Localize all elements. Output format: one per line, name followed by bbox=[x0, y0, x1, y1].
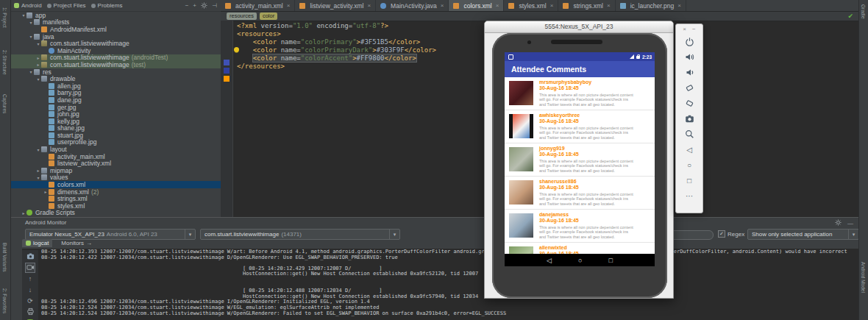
screenshot-icon[interactable] bbox=[26, 252, 35, 261]
editor-tab-colors-xml[interactable]: colors.xml× bbox=[449, 0, 504, 11]
process-select[interactable]: com.stuart.listviewwithimage(14371) ▾ bbox=[200, 229, 400, 240]
volume-up-button[interactable] bbox=[683, 51, 695, 63]
chevron-down-icon[interactable]: ▾ bbox=[848, 230, 858, 239]
comment-item-danejamess[interactable]: danejamess30-Aug-16 18:45This area is wh… bbox=[505, 210, 655, 243]
nav-overview-icon[interactable]: □ bbox=[608, 257, 612, 264]
color-swatch-primary[interactable] bbox=[224, 60, 230, 65]
tool-tab-captures[interactable]: Captures bbox=[2, 94, 7, 113]
tree-item-styles-xml[interactable]: styles.xml bbox=[10, 202, 221, 210]
expand-arrow-icon[interactable]: ▸ bbox=[21, 210, 26, 216]
color-swatch-primary-dark[interactable] bbox=[224, 68, 230, 74]
comment-list[interactable]: mrsmurphysbabyboy30-Aug-16 18:45This are… bbox=[505, 77, 655, 254]
tree-item-strings-xml[interactable]: strings.xml bbox=[10, 195, 221, 202]
breadcrumb-color[interactable]: color bbox=[260, 13, 277, 20]
expand-arrow-icon[interactable]: ▾ bbox=[35, 77, 41, 82]
emulator-title[interactable]: 5554:Nexus_5X_API_23 bbox=[485, 21, 673, 33]
tab-logcat[interactable]: logcat bbox=[22, 239, 52, 247]
overview-button[interactable]: □ bbox=[683, 175, 695, 186]
scroll-to-top-icon[interactable]: ↑ bbox=[26, 274, 35, 283]
log-filter-select[interactable]: Show only selected application ▾ bbox=[747, 229, 859, 240]
editor-tab-ic-launcher-png[interactable]: ic_launcher.png× bbox=[616, 0, 686, 11]
tree-item-app[interactable]: ▾app bbox=[10, 12, 221, 19]
expand-arrow-icon[interactable]: ▸ bbox=[35, 168, 41, 173]
tree-item-ger-jpg[interactable]: ger.jpg bbox=[10, 104, 221, 111]
tree-item-kelly-jpg[interactable]: kelly.jpg bbox=[10, 118, 221, 125]
comment-item-shanerussell86[interactable]: shanerussell8630-Aug-16 18:45This area i… bbox=[505, 177, 655, 210]
minimize-icon[interactable]: − bbox=[692, 26, 696, 32]
back-button[interactable]: ◁ bbox=[683, 144, 695, 155]
editor-tab-mainactivity-java[interactable]: MainActivity.java× bbox=[376, 0, 449, 11]
collapse-all-icon[interactable]: − bbox=[185, 2, 189, 9]
expand-arrow-icon[interactable]: ▾ bbox=[28, 69, 34, 74]
scroll-to-bottom-icon[interactable]: ↓ bbox=[26, 285, 35, 294]
tool-tab-project[interactable]: 1: Project bbox=[2, 7, 7, 27]
tree-item-res[interactable]: ▾res bbox=[10, 68, 221, 76]
tree-item-com-stuart-listviewwithimage[interactable]: ▾com.stuart.listviewwithimage bbox=[10, 40, 221, 47]
tree-item-drawable[interactable]: ▾drawable bbox=[10, 75, 221, 82]
regex-checkbox[interactable]: ✓ bbox=[718, 230, 725, 238]
more-button[interactable]: ··· bbox=[683, 191, 695, 202]
close-icon[interactable]: × bbox=[496, 2, 499, 9]
expand-arrow-icon[interactable]: ▸ bbox=[35, 62, 41, 67]
comment-item-awhiskeyorthree[interactable]: awhiskeyorthree30-Aug-16 18:45This area … bbox=[505, 110, 655, 143]
tree-item-dane-jpg[interactable]: dane.jpg bbox=[10, 96, 221, 104]
editor-tab-activity-main-xml[interactable]: activity_main.xml× bbox=[221, 0, 295, 11]
logcat-text[interactable]: 08-25 14:20:12.393 12007-12007/com.stuar… bbox=[41, 249, 859, 320]
close-icon[interactable]: × bbox=[683, 26, 686, 32]
editor-tab-strings-xml[interactable]: strings.xml× bbox=[558, 0, 615, 11]
chevron-down-icon[interactable]: ▾ bbox=[389, 230, 399, 239]
tree-item-shane-jpg[interactable]: shane.jpg bbox=[10, 125, 221, 132]
tool-tab-structure[interactable]: 2: Structure bbox=[2, 50, 7, 75]
restart-icon[interactable]: ⟳ bbox=[26, 296, 35, 305]
rotate-right-button[interactable] bbox=[683, 98, 695, 109]
code-editor[interactable]: <?xml version="1.0" encoding="utf-8"?><r… bbox=[237, 22, 436, 71]
editor-tab-listview-activity-xml[interactable]: listview_activity.xml× bbox=[295, 0, 376, 11]
close-icon[interactable]: × bbox=[677, 2, 681, 9]
locate-icon[interactable]: + bbox=[193, 2, 196, 9]
nav-back-icon[interactable]: ◁ bbox=[547, 257, 552, 264]
print-icon[interactable] bbox=[26, 307, 35, 316]
screenshot-button[interactable] bbox=[683, 113, 695, 124]
hide-panel-icon[interactable]: — bbox=[847, 220, 853, 227]
color-swatch-accent[interactable] bbox=[224, 76, 230, 82]
gear-icon[interactable] bbox=[835, 219, 842, 227]
tree-item-layout[interactable]: ▾layout bbox=[10, 146, 221, 153]
expand-arrow-icon[interactable]: ▾ bbox=[35, 147, 41, 152]
tab-project-files[interactable]: Project Files bbox=[47, 2, 86, 9]
tab-monitors[interactable]: Monitors→ bbox=[57, 239, 96, 247]
device-select[interactable]: Emulator Nexus_5X_API_23Android 6.0, API… bbox=[25, 229, 196, 240]
expand-arrow-icon[interactable]: ▾ bbox=[28, 20, 34, 25]
hide-panel-icon[interactable]: ⊣ bbox=[212, 2, 217, 9]
tree-item-barry-jpg[interactable]: barry.jpg bbox=[10, 90, 221, 97]
tree-item-java[interactable]: ▾java bbox=[10, 33, 221, 40]
home-button[interactable]: ○ bbox=[683, 160, 695, 171]
tree-item-com-stuart-listviewwithimage[interactable]: ▸com.stuart.listviewwithimage(test) bbox=[10, 61, 221, 68]
power-button[interactable] bbox=[683, 36, 695, 47]
nav-home-icon[interactable]: ○ bbox=[578, 257, 582, 264]
tree-item-activity-main-xml[interactable]: activity_main.xml bbox=[10, 153, 221, 160]
expand-arrow-icon[interactable]: ▾ bbox=[35, 175, 41, 180]
chevron-down-icon[interactable]: ▾ bbox=[185, 230, 195, 239]
close-icon[interactable]: × bbox=[367, 2, 371, 9]
comment-item-allenwixted[interactable]: allenwixted30-Aug-16 18:45This area is w… bbox=[505, 243, 655, 254]
close-icon[interactable]: × bbox=[287, 2, 291, 9]
tree-item-mainactivity[interactable]: MainActivity bbox=[10, 47, 221, 54]
zoom-button[interactable] bbox=[683, 129, 695, 140]
expand-arrow-icon[interactable]: ▸ bbox=[43, 189, 49, 194]
tab-problems[interactable]: Problems bbox=[91, 2, 123, 9]
comment-item-jonnyg919[interactable]: jonnyg91930-Aug-16 18:45This area is whe… bbox=[505, 143, 655, 177]
rotate-left-button[interactable] bbox=[683, 82, 695, 93]
breadcrumb-resources[interactable]: resources bbox=[227, 13, 257, 20]
tree-item-john-jpg[interactable]: john.jpg bbox=[10, 110, 221, 118]
tree-item-androidmanifest-xml[interactable]: AndroidManifest.xml bbox=[10, 26, 221, 33]
tool-tab-favorites[interactable]: 2: Favorites bbox=[2, 288, 7, 313]
expand-arrow-icon[interactable]: ▸ bbox=[35, 55, 41, 60]
close-icon[interactable]: × bbox=[550, 2, 554, 9]
expand-arrow-icon[interactable]: ▾ bbox=[35, 41, 41, 46]
tree-item-manifests[interactable]: ▾manifests bbox=[10, 19, 221, 26]
tree-item-gradle-scripts[interactable]: ▸Gradle Scripts bbox=[10, 210, 221, 217]
tree-item-values[interactable]: ▾values bbox=[10, 174, 221, 182]
close-icon[interactable]: × bbox=[441, 2, 444, 9]
tool-tab-android-model[interactable]: Android Model bbox=[861, 262, 866, 293]
tree-item-stuart-jpg[interactable]: stuart.jpg bbox=[10, 132, 221, 139]
